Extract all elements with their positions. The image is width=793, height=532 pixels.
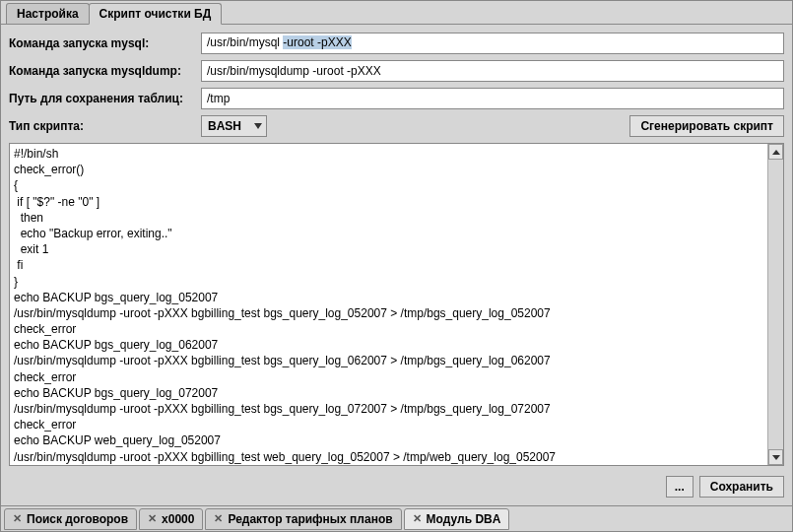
tab-db-clean-script[interactable]: Скрипт очистки БД (89, 3, 223, 25)
row-mysql-cmd: Команда запуска mysql: /usr/bin/mysql -u… (9, 33, 784, 54)
select-script-type-value: BASH (208, 119, 241, 133)
generate-script-button[interactable]: Сгенерировать скрипт (629, 115, 784, 137)
footer-tab-label: Поиск договоров (27, 512, 128, 526)
mysql-cmd-selection: -uroot -pXXX (283, 35, 351, 49)
scroll-up-button[interactable] (768, 144, 783, 160)
bottom-action-bar: ... Сохранить (9, 472, 784, 498)
input-mysqldump-cmd[interactable] (201, 60, 784, 82)
row-mysqldump-cmd: Команда запуска mysqldump: (9, 60, 784, 82)
label-script-type: Тип скрипта: (9, 119, 201, 133)
label-save-path: Путь для сохранения таблиц: (9, 92, 201, 105)
select-script-type[interactable]: BASH (201, 115, 267, 137)
arrow-up-icon (772, 150, 780, 155)
row-save-path: Путь для сохранения таблиц: (9, 88, 784, 109)
close-icon[interactable]: ✕ (413, 512, 422, 525)
mysql-cmd-prefix: /usr/bin/mysql (207, 35, 283, 49)
footer-tab-contracts-search[interactable]: ✕ Поиск договоров (4, 508, 137, 530)
app-window: Настройка Скрипт очистки БД Команда запу… (0, 0, 793, 532)
footer-tab-dba-module[interactable]: ✕ Модуль DBA (404, 508, 510, 530)
arrow-down-icon (772, 455, 780, 460)
footer-tab-label: x0000 (162, 512, 194, 526)
save-button[interactable]: Сохранить (699, 476, 784, 498)
footer-tab-label: Редактор тарифных планов (228, 512, 392, 526)
scroll-down-button[interactable] (768, 449, 783, 465)
close-icon[interactable]: ✕ (214, 512, 223, 525)
close-icon[interactable]: ✕ (148, 512, 157, 525)
top-tab-bar: Настройка Скрипт очистки БД (1, 1, 792, 25)
chevron-down-icon (254, 123, 262, 129)
input-save-path[interactable] (201, 88, 784, 109)
browse-button[interactable]: ... (666, 476, 694, 498)
footer-tab-bar: ✕ Поиск договоров ✕ x0000 ✕ Редактор тар… (1, 505, 792, 531)
script-editor-wrap (9, 143, 784, 466)
close-icon[interactable]: ✕ (13, 512, 22, 525)
scrollbar-vertical[interactable] (767, 144, 783, 465)
row-script-type: Тип скрипта: BASH Сгенерировать скрипт (9, 115, 784, 137)
tab-content: Команда запуска mysql: /usr/bin/mysql -u… (1, 25, 792, 505)
input-mysql-cmd[interactable]: /usr/bin/mysql -uroot -pXXX (201, 33, 784, 54)
script-editor[interactable] (10, 144, 767, 465)
label-mysql-cmd: Команда запуска mysql: (9, 36, 201, 50)
footer-tab-x0000[interactable]: ✕ x0000 (139, 508, 203, 530)
footer-tab-label: Модуль DBA (427, 512, 501, 526)
label-mysqldump-cmd: Команда запуска mysqldump: (9, 64, 201, 78)
footer-tab-tariff-editor[interactable]: ✕ Редактор тарифных планов (205, 508, 401, 530)
tab-settings[interactable]: Настройка (6, 3, 90, 24)
